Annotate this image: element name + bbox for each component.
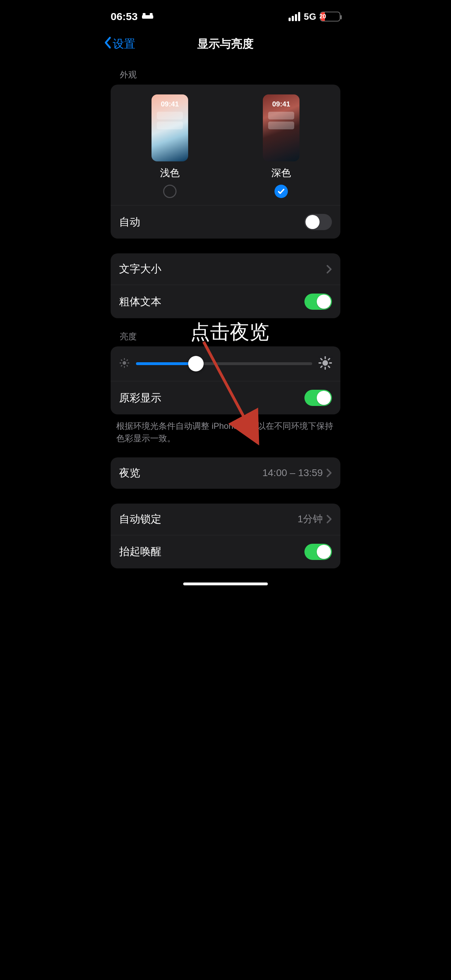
home-indicator (183, 582, 268, 585)
appearance-option-dark[interactable]: 09:41 深色 (263, 94, 300, 198)
bold-text-label: 粗体文本 (119, 294, 161, 309)
svg-line-17 (321, 359, 322, 360)
svg-line-20 (329, 359, 329, 360)
bold-text-row[interactable]: 粗体文本 (111, 285, 340, 318)
auto-lock-row[interactable]: 自动锁定 1分钟 (111, 504, 340, 535)
preview-widget (268, 112, 294, 119)
raise-to-wake-row[interactable]: 抬起唤醒 (111, 535, 340, 568)
section-header-appearance: 外观 (98, 56, 353, 84)
brightness-slider-row (111, 347, 340, 381)
back-label: 设置 (113, 36, 135, 52)
svg-point-3 (122, 361, 126, 365)
preview-time-dark: 09:41 (272, 100, 290, 108)
dark-label: 深色 (271, 166, 291, 180)
brightness-slider[interactable] (136, 362, 312, 365)
back-button[interactable]: 设置 (103, 36, 135, 52)
raise-to-wake-toggle[interactable] (305, 544, 332, 560)
bold-text-toggle[interactable] (305, 294, 332, 310)
text-size-row[interactable]: 文字大小 (111, 253, 340, 285)
svg-line-19 (321, 366, 322, 367)
dark-radio[interactable] (275, 185, 288, 198)
settings-display-brightness-screen: 06:53 5G 20 设置 显示与亮度 外观 (98, 0, 353, 590)
chevron-left-icon (103, 36, 112, 52)
light-radio[interactable] (163, 185, 176, 198)
section-header-brightness: 亮度 (98, 318, 353, 347)
true-tone-row[interactable]: 原彩显示 (111, 381, 340, 414)
night-shift-value: 14:00 – 13:59 (262, 467, 323, 479)
light-preview: 09:41 (151, 94, 188, 161)
appearance-group: 09:41 浅色 09:41 深色 自动 (111, 84, 340, 239)
true-tone-toggle[interactable] (305, 390, 332, 406)
appearance-auto-row[interactable]: 自动 (111, 205, 340, 239)
svg-line-10 (121, 366, 122, 366)
status-time: 06:53 (111, 11, 138, 22)
true-tone-footer: 根据环境光条件自动调整 iPhone 屏幕以在不同环境下保持色彩显示一致。 (98, 414, 353, 445)
auto-lock-label: 自动锁定 (119, 512, 161, 527)
lock-group: 自动锁定 1分钟 抬起唤醒 (111, 504, 340, 568)
auto-lock-value: 1分钟 (297, 512, 323, 526)
cellular-signal-icon (289, 12, 300, 21)
raise-to-wake-label: 抬起唤醒 (119, 544, 161, 559)
svg-line-8 (121, 360, 122, 361)
night-shift-row[interactable]: 夜览 14:00 – 13:59 (111, 457, 340, 489)
dark-preview: 09:41 (263, 94, 300, 161)
chevron-right-icon (326, 514, 332, 523)
preview-time-light: 09:41 (161, 100, 179, 108)
svg-rect-1 (143, 13, 146, 16)
status-bar: 06:53 5G 20 (98, 0, 353, 28)
nav-bar: 设置 显示与亮度 (98, 32, 353, 56)
sun-min-icon (119, 358, 130, 370)
preview-widget (157, 122, 183, 129)
preview-widget (157, 112, 183, 119)
focus-sleep-icon (142, 11, 153, 22)
network-type: 5G (304, 11, 316, 22)
appearance-options: 09:41 浅色 09:41 深色 (111, 84, 340, 205)
page-title: 显示与亮度 (197, 36, 254, 52)
battery-percent: 20 (321, 12, 325, 21)
text-group: 文字大小 粗体文本 (111, 253, 340, 318)
sun-max-icon (319, 356, 332, 371)
true-tone-label: 原彩显示 (119, 391, 161, 405)
chevron-right-icon (326, 265, 332, 274)
svg-line-9 (127, 366, 127, 366)
text-size-label: 文字大小 (119, 262, 161, 276)
chevron-right-icon (326, 468, 332, 477)
svg-line-18 (329, 366, 329, 367)
night-shift-group: 夜览 14:00 – 13:59 (111, 457, 340, 489)
night-shift-label: 夜览 (119, 466, 140, 480)
preview-widget (268, 122, 294, 129)
light-label: 浅色 (160, 166, 180, 180)
appearance-option-light[interactable]: 09:41 浅色 (151, 94, 188, 198)
brightness-group: 原彩显示 (111, 347, 340, 414)
svg-line-11 (127, 360, 127, 361)
auto-label: 自动 (119, 215, 140, 229)
svg-point-12 (322, 360, 328, 366)
battery-icon: 20 (320, 12, 340, 22)
svg-rect-2 (150, 13, 152, 16)
auto-toggle[interactable] (305, 214, 332, 230)
